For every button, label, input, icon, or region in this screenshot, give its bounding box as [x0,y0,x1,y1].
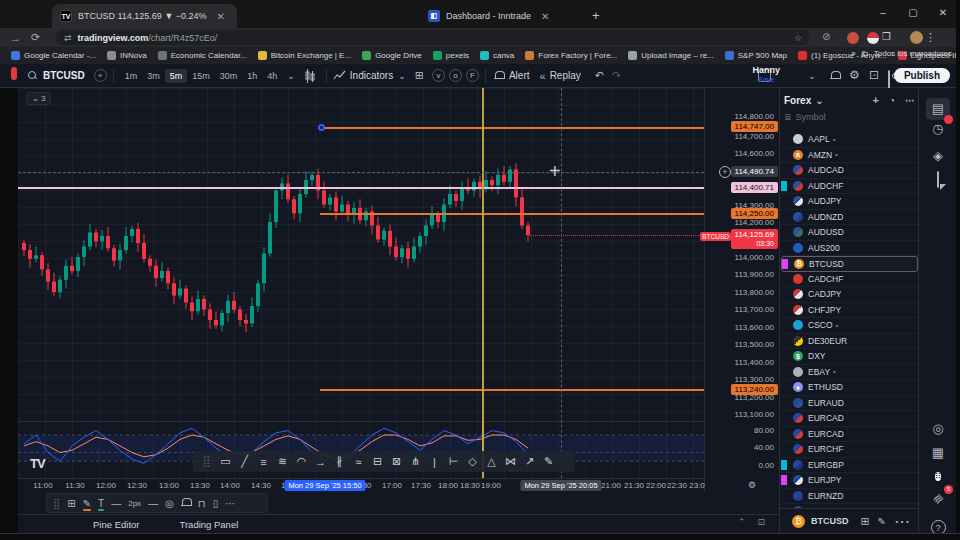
tool-parallel-channel-icon[interactable]: ≡ [256,456,271,468]
new-tab-button[interactable]: + [592,8,600,23]
candle-style-icon[interactable] [304,69,316,83]
window-maximize-button[interactable]: ▢ [898,2,928,24]
extension-icon[interactable] [867,32,879,44]
clock-add-icon[interactable] [181,498,191,508]
alerts-clock-icon[interactable]: ◷ [926,118,950,140]
indicators-icon[interactable] [333,70,346,82]
timeframe-1h[interactable]: 1h [242,69,262,83]
watchlist-title[interactable]: Forex [784,95,811,106]
grid-layout-icon[interactable]: ⊞ [860,515,869,528]
tool-disjoint-channel-icon[interactable]: ∦ [332,455,347,468]
bookmark-item[interactable]: Google Drive [362,51,422,60]
reload-icon[interactable]: ⟳ [31,31,40,44]
blocked-content-icon[interactable]: ⊘ [822,31,830,42]
watchlist-row-DXY[interactable]: $DXY [781,349,918,365]
bookmark-item[interactable]: Forex Factory | Fore... [525,51,617,60]
watchlist-row-AUDUSD[interactable]: AUDUSD [781,225,918,241]
tool-price-range-icon[interactable]: ⊠ [389,455,404,468]
settings-gear-icon[interactable]: ⚙ [849,68,860,82]
horizontal-ray-114250[interactable] [320,213,704,215]
url-input[interactable]: ⇄ tradingview.com/chart/R4z57cEo/ ☆ [56,30,810,45]
timeframe-4h[interactable]: 4h [262,69,282,83]
bookmark-item[interactable]: S&P 500 Map [725,51,787,60]
alert-button[interactable]: Alert [509,70,530,81]
target-icon[interactable]: ◎ [165,498,174,509]
watchlist-row-DE30EUR[interactable]: DE30EUR [781,334,918,350]
tab-close-icon[interactable]: ✕ [217,11,225,22]
site-info-icon[interactable]: ⇄ [64,33,72,43]
horizontal-ray-113240[interactable] [320,389,704,391]
forward-icon[interactable]: → [10,32,21,44]
filter-icon[interactable]: ≣ [784,112,792,122]
compare-add-icon[interactable]: + [94,69,107,82]
apps-icon[interactable]: ⠿ [926,464,950,486]
tool-sine-line-icon[interactable]: ◇ [465,455,480,468]
fullscreen-icon[interactable]: ⊡ [869,68,879,82]
watchlist-row-AUDCAD[interactable]: AUDCAD [781,163,918,179]
browser-menu-icon[interactable]: ⋮ [925,31,936,44]
watchlist-row-EURCAD[interactable]: EURCAD [781,411,918,427]
trash-icon[interactable]: ▯ [213,498,219,509]
calendar-icon[interactable]: ▦ [926,442,950,464]
tool-rectangle-icon[interactable]: ▭ [218,455,233,468]
quick-button-F[interactable]: F [466,69,479,82]
vertical-line-drawing[interactable] [482,88,484,478]
watchlist-row-AUDNZD[interactable]: AUDNZD [781,210,918,226]
watchlist-row-BTCUSD[interactable]: ₿BTCUSD [781,256,918,272]
lock-icon[interactable]: ⊓ [198,498,206,509]
tool-pitchfork-icon[interactable]: ↗ [522,455,537,468]
price-axis[interactable]: ↧ ↺ USD⌄ 114,800.00114,700.00114,600.001… [704,88,779,492]
publish-button[interactable]: Publish [894,68,950,83]
user-dropdown-icon[interactable]: ⌄ [808,71,816,81]
timeframe-5m[interactable]: 5m [165,69,188,83]
tool-vertical-line-icon[interactable]: | [427,456,442,468]
panel-maximize-icon[interactable]: ⊡ [758,517,766,527]
watchlist-row-EURAUD[interactable]: EURAUD [781,396,918,412]
legend-collapsed[interactable]: ⌄ 3 [26,92,51,105]
bookmark-item[interactable]: Google Calendar -... [11,51,96,60]
indicators-dropdown-icon[interactable]: ⌄ [393,69,411,83]
window-close-button[interactable]: ✕ [928,2,958,24]
more-options-icon[interactable]: ⋯ [225,498,235,509]
overflow-chevrons-icon[interactable]: » [851,49,855,58]
window-minimize-button[interactable]: – [868,2,898,24]
text-color-icon[interactable]: T [98,498,104,509]
replay-icon[interactable]: « [540,70,546,82]
tab-close-icon[interactable]: ✕ [541,11,549,22]
extensions-puzzle-icon[interactable]: ❒ [882,31,891,42]
tool-triangle-icon[interactable]: △ [484,455,499,468]
timeframe-3m[interactable]: 3m [142,69,165,83]
chat-icon[interactable] [926,169,950,191]
horizontal-line-114400[interactable] [18,187,704,189]
timeframe-dropdown-icon[interactable]: ⌄ [282,69,300,83]
bookmark-item[interactable]: INNova [107,51,147,60]
watchlist-row-AMZN[interactable]: aAMZN• [781,148,918,164]
tool-horizontal-ray-icon[interactable]: ⊢ [446,455,461,468]
tool-pattern-xabcd-icon[interactable]: ⋔ [408,455,423,468]
watchlist-row-ETHUSD[interactable]: ♦ETHUSD [781,380,918,396]
tool-flat-top-bottom-icon[interactable]: ⊟ [370,455,385,468]
watchlist-row-CADJPY[interactable]: CADJPY [781,287,918,303]
quick-button-o[interactable]: o [449,69,462,82]
watchlist-row-AAPL[interactable]: AAPL• [781,132,918,148]
watchlist-row-EURNZD[interactable]: EURNZD [781,489,918,505]
heatmap-icon[interactable]: ◔ [889,95,895,106]
time-axis[interactable]: 11:0011:3012:0012:3013:0013:3014:0014:30… [18,478,704,492]
timeframe-1m[interactable]: 1m [120,69,143,83]
symbol-button[interactable]: BTCUSD [43,70,85,81]
watchlist-row-AUDJPY[interactable]: AUDJPY [781,194,918,210]
tool-polyline-icon[interactable]: ⋈ [503,455,518,468]
hotlists-icon[interactable]: ◎ [926,418,950,440]
watchlist-row-EURCAD[interactable]: EURCAD [781,427,918,443]
line-width-icon[interactable]: — [111,498,121,509]
tab-pine-editor[interactable]: Pine Editor [93,519,139,530]
extension-icon[interactable] [847,32,859,44]
bookmark-item[interactable]: canva [480,51,514,60]
watchlist-dropdown-icon[interactable]: ⌄ [815,95,823,106]
horizontal-ray-114747[interactable] [322,127,704,129]
tool-trend-line-icon[interactable]: ╱ [237,455,252,468]
undo-icon[interactable]: ↶ [595,69,604,82]
tool-arrow-icon[interactable]: → [313,456,328,468]
watchlist-row-CADCHF[interactable]: CADCHF [781,272,918,288]
ray-anchor-handle[interactable] [318,124,325,131]
